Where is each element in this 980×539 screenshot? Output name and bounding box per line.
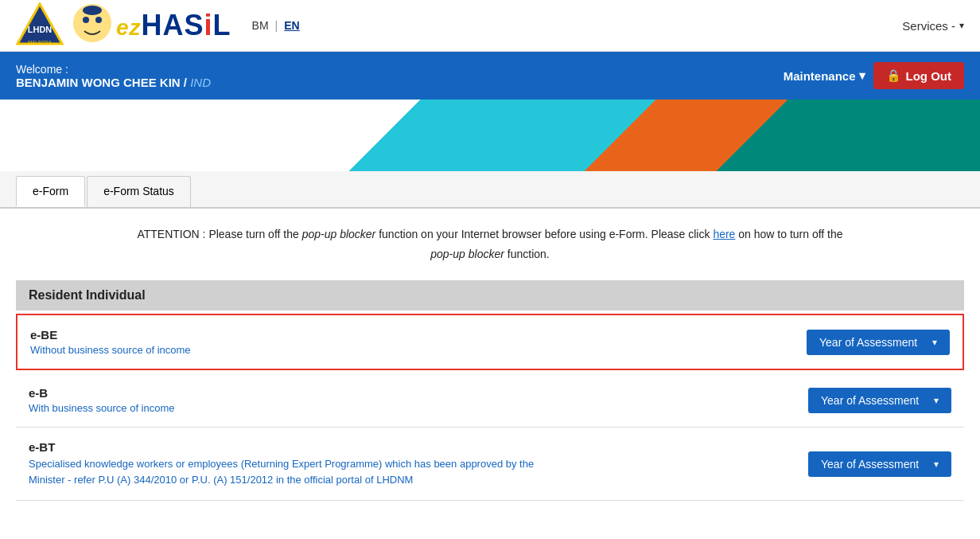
popup-blocker-text-2: pop-up blocker bbox=[430, 248, 504, 260]
lang-bm-link[interactable]: BM bbox=[252, 19, 269, 32]
ebe-yoa-button[interactable]: Year of Assessment ▾ bbox=[807, 330, 950, 355]
services-label: Services - bbox=[902, 19, 955, 33]
services-menu[interactable]: Services - ▾ bbox=[902, 19, 964, 33]
lock-icon: 🔒 bbox=[886, 68, 901, 83]
attention-middle2: on how to turn off the bbox=[738, 228, 842, 240]
eb-form-description: With business source of income bbox=[29, 402, 175, 414]
eb-form-info: e-B With business source of income bbox=[29, 386, 175, 414]
eb-yoa-caret: ▾ bbox=[934, 395, 939, 406]
maintenance-caret: ▾ bbox=[859, 68, 865, 83]
username-text: BENJAMIN WONG CHEE KIN bbox=[16, 76, 181, 89]
top-header: LHDN MALAYSIA ezHASiL BM | EN Services bbox=[0, 0, 980, 52]
svg-text:MALAYSIA: MALAYSIA bbox=[28, 40, 52, 45]
ebt-yoa-caret: ▾ bbox=[934, 459, 939, 470]
welcome-text: Welcome : BENJAMIN WONG CHEE KIN / IND bbox=[16, 63, 211, 89]
ebe-form-info: e-BE Without business source of income bbox=[30, 328, 191, 356]
ebt-form-info: e-BT Specialised knowledge workers or em… bbox=[29, 440, 570, 487]
services-dropdown-icon: ▾ bbox=[959, 20, 964, 31]
attention-box: ATTENTION : Please turn off the pop-up b… bbox=[0, 209, 980, 280]
ebe-yoa-label: Year of Assessment bbox=[819, 336, 917, 349]
welcome-greeting: Welcome : bbox=[16, 63, 211, 76]
ebe-yoa-caret: ▾ bbox=[932, 337, 937, 348]
ebt-form-row: e-BT Specialised knowledge workers or em… bbox=[16, 428, 964, 501]
ebe-form-name: e-BE bbox=[30, 328, 191, 342]
tab-eform-status[interactable]: e-Form Status bbox=[87, 176, 191, 207]
ebt-yoa-button[interactable]: Year of Assessment ▾ bbox=[808, 451, 951, 477]
user-type: IND bbox=[190, 76, 211, 89]
logo-container: LHDN MALAYSIA ezHASiL BM | EN bbox=[16, 2, 300, 49]
tabs-bar: e-Form e-Form Status bbox=[0, 171, 980, 209]
content-area: Resident Individual e-BE Without busines… bbox=[0, 280, 980, 517]
blue-banner: Welcome : BENJAMIN WONG CHEE KIN / IND M… bbox=[0, 52, 980, 100]
svg-point-7 bbox=[83, 6, 102, 15]
slash-separator: / bbox=[184, 76, 190, 89]
ebe-form-description: Without business source of income bbox=[30, 344, 191, 356]
svg-text:LHDN: LHDN bbox=[28, 25, 52, 34]
attention-middle1: function on your Internet browser before… bbox=[379, 228, 713, 240]
welcome-username: BENJAMIN WONG CHEE KIN / IND bbox=[16, 76, 211, 89]
svg-point-6 bbox=[95, 17, 102, 23]
maintenance-label: Maintenance bbox=[784, 69, 856, 83]
banner-right: Maintenance ▾ 🔒 Log Out bbox=[784, 62, 964, 89]
lang-separator: | bbox=[275, 19, 278, 32]
lang-en-link[interactable]: EN bbox=[284, 19, 299, 32]
logout-label: Log Out bbox=[906, 69, 951, 83]
popup-blocker-text-1: pop-up blocker bbox=[302, 228, 376, 240]
ezhasil-mascot bbox=[72, 2, 113, 49]
ebe-form-row: e-BE Without business source of income Y… bbox=[16, 314, 964, 370]
language-nav: BM | EN bbox=[252, 19, 300, 32]
eb-yoa-label: Year of Assessment bbox=[821, 394, 919, 407]
eb-form-name: e-B bbox=[29, 386, 175, 400]
svg-point-5 bbox=[83, 17, 89, 23]
ebt-form-name: e-BT bbox=[29, 440, 570, 454]
ebt-yoa-label: Year of Assessment bbox=[821, 458, 919, 471]
decorative-banner bbox=[0, 100, 980, 171]
ebt-form-description: Specialised knowledge workers or employe… bbox=[29, 456, 570, 487]
here-link[interactable]: here bbox=[713, 228, 735, 240]
lhdn-logo: LHDN MALAYSIA bbox=[16, 2, 64, 49]
logout-button[interactable]: 🔒 Log Out bbox=[873, 62, 964, 89]
ezhasil-brand: ezHASiL bbox=[116, 9, 231, 42]
maintenance-button[interactable]: Maintenance ▾ bbox=[784, 68, 865, 83]
attention-prefix: ATTENTION : Please turn off the bbox=[137, 228, 301, 240]
tab-eform[interactable]: e-Form bbox=[16, 176, 85, 207]
attention-suffix: function. bbox=[508, 248, 550, 260]
eb-yoa-button[interactable]: Year of Assessment ▾ bbox=[808, 388, 951, 413]
eb-form-row: e-B With business source of income Year … bbox=[16, 373, 964, 428]
resident-individual-section-header: Resident Individual bbox=[16, 280, 964, 311]
